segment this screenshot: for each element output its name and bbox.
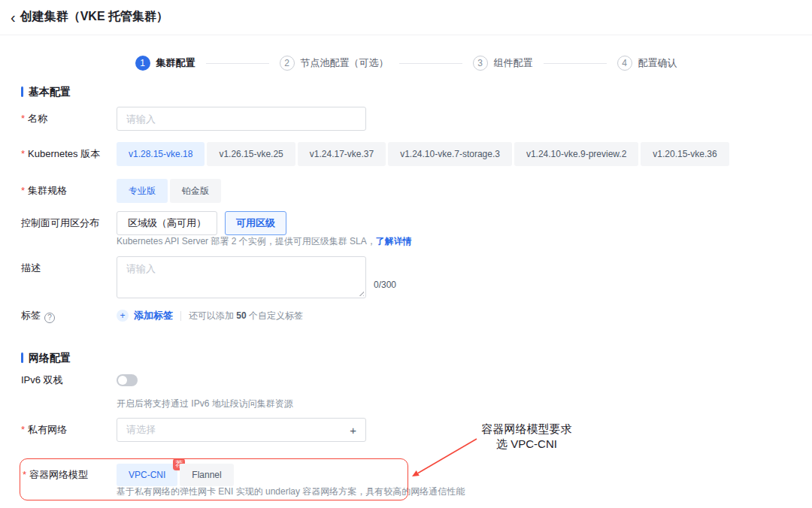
ipv6-label: IPv6 双栈: [21, 374, 63, 386]
back-chevron-icon[interactable]: ‹: [11, 11, 16, 23]
az-helper-text: Kubernetes API Server 部署 2 个实例，提供可用区级集群 …: [117, 235, 412, 248]
k8s-version-option[interactable]: v1.24.10-vke.7-storage.3: [388, 142, 512, 166]
step-3-label: 组件配置: [494, 56, 533, 70]
k8s-version-option[interactable]: v1.20.15-vke.36: [641, 142, 729, 166]
description-textarea[interactable]: [117, 256, 366, 298]
page-title-wrap: ‹ 创建集群（VKE 托管集群）: [11, 9, 168, 25]
step-2-label: 节点池配置（可选）: [301, 56, 389, 70]
k8s-version-option[interactable]: v1.24.10-vke.9-preview.2: [514, 142, 638, 166]
toggle-knob: [118, 376, 127, 385]
tags-row: 标签? + 添加标签 还可以添加 50 个自定义标签: [0, 309, 812, 324]
cluster-spec-row: *集群规格 专业版 铂金版: [0, 179, 812, 203]
step-3-circle: 3: [473, 56, 488, 71]
k8s-version-row: *Kubernetes 版本 v1.28.15-vke.18 v1.26.15-…: [0, 142, 812, 166]
ipv6-toggle[interactable]: [117, 374, 138, 386]
az-option-regional[interactable]: 区域级（高可用）: [117, 211, 217, 235]
k8s-version-option[interactable]: v1.28.15-vke.18: [117, 142, 205, 166]
az-option-zonal[interactable]: 可用区级: [225, 211, 286, 235]
tags-label: 标签?: [21, 309, 55, 323]
annotation-text: 容器网络模型要求 选 VPC-CNI: [465, 422, 589, 452]
info-icon[interactable]: ?: [44, 313, 55, 323]
plus-icon: +: [117, 310, 129, 322]
step-connector: [399, 63, 462, 64]
vpc-select[interactable]: 请选择 +: [117, 418, 366, 442]
divider: [180, 311, 181, 321]
required-asterisk: *: [23, 469, 26, 480]
name-input[interactable]: [117, 107, 366, 131]
required-asterisk: *: [21, 148, 25, 159]
cluster-spec-label: *集群规格: [21, 179, 67, 203]
step-1-label: 集群配置: [156, 56, 195, 70]
section-basic-config: 基本配置: [21, 86, 71, 99]
step-component-config[interactable]: 3 组件配置: [473, 56, 533, 71]
step-nodepool-config[interactable]: 2 节点池配置（可选）: [280, 56, 389, 71]
step-4-label: 配置确认: [638, 56, 677, 70]
page-title: 创建集群（VKE 托管集群）: [20, 9, 168, 25]
add-tag-button[interactable]: + 添加标签: [117, 309, 173, 322]
control-plane-az-label: 控制面可用区分布: [21, 211, 99, 235]
step-confirm-config[interactable]: 4 配置确认: [617, 56, 677, 71]
add-tag-label: 添加标签: [134, 309, 173, 322]
name-label: *名称: [21, 107, 47, 131]
cni-row: *容器网络模型 VPC-CNI 荐 Flannel: [0, 464, 812, 486]
tag-quota-hint: 还可以添加 50 个自定义标签: [189, 310, 303, 322]
page-header: ‹ 创建集群（VKE 托管集群）: [0, 0, 812, 35]
description-row: 描述: [0, 256, 812, 298]
required-asterisk: *: [21, 424, 25, 435]
step-connector: [206, 63, 269, 64]
plus-icon[interactable]: +: [350, 424, 356, 437]
cni-helper-text: 基于私有网络的弹性网卡 ENI 实现的 underlay 容器网络方案，具有较高…: [117, 485, 465, 498]
cni-option-flannel[interactable]: Flannel: [180, 464, 233, 486]
cluster-spec-option[interactable]: 专业版: [117, 179, 168, 203]
char-counter: 0/300: [374, 280, 396, 290]
k8s-version-option[interactable]: v1.26.15-vke.25: [207, 142, 295, 166]
k8s-version-label: *Kubernetes 版本: [21, 142, 100, 166]
create-cluster-page: ‹ 创建集群（VKE 托管集群） 1 集群配置 2 节点池配置（可选） 3 组件…: [0, 0, 812, 508]
vpc-label: *私有网络: [21, 418, 67, 442]
cluster-spec-option[interactable]: 铂金版: [170, 179, 221, 203]
step-connector: [544, 63, 607, 64]
k8s-version-option[interactable]: v1.24.17-vke.37: [298, 142, 386, 166]
step-1-circle: 1: [135, 56, 150, 71]
wizard-stepper: 1 集群配置 2 节点池配置（可选） 3 组件配置 4 配置确认: [0, 56, 812, 71]
step-2-circle: 2: [280, 56, 295, 71]
required-asterisk: *: [21, 185, 25, 196]
ipv6-row: IPv6 双栈: [0, 374, 812, 389]
required-asterisk: *: [21, 113, 25, 124]
vpc-placeholder: 请选择: [126, 423, 156, 437]
name-row: *名称: [0, 107, 812, 131]
step-cluster-config[interactable]: 1 集群配置: [135, 56, 195, 71]
control-plane-az-row: 控制面可用区分布 区域级（高可用） 可用区级: [0, 211, 812, 235]
description-label: 描述: [21, 262, 41, 275]
cni-label: *容器网络模型: [23, 464, 88, 486]
vpc-row: *私有网络 请选择 +: [0, 418, 812, 442]
section-network-config: 网络配置: [21, 352, 71, 365]
ipv6-helper-text: 开启后将支持通过 IPv6 地址段访问集群资源: [117, 398, 293, 410]
cni-option-vpc-cni[interactable]: VPC-CNI 荐: [117, 464, 177, 486]
step-4-circle: 4: [617, 56, 632, 71]
learn-more-link[interactable]: 了解详情: [376, 236, 412, 246]
